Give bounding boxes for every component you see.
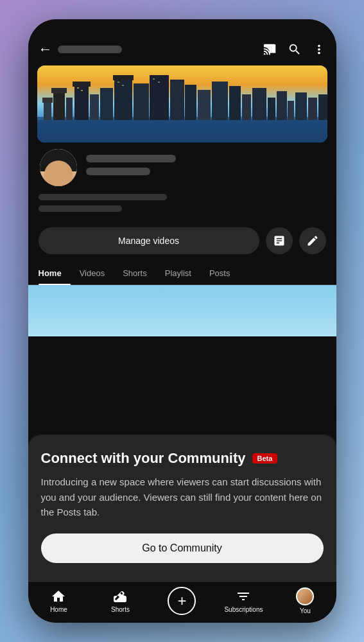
svg-rect-5: [51, 88, 67, 93]
svg-rect-31: [122, 85, 124, 86]
tab-playlist[interactable]: Playlist: [156, 262, 200, 284]
nav-title-placeholder: [58, 46, 122, 53]
nav-label-subscriptions: Subscriptions: [224, 606, 263, 613]
svg-rect-8: [73, 82, 91, 87]
analytics-icon: [273, 234, 286, 247]
phone-frame: ←: [28, 19, 336, 623]
main-content: Connect with your Community Beta Introdu…: [28, 285, 336, 581]
status-bar: [28, 19, 336, 37]
svg-rect-26: [308, 98, 317, 120]
svg-rect-22: [268, 98, 275, 120]
top-nav: ←: [28, 37, 336, 63]
svg-rect-21: [252, 88, 266, 120]
top-nav-left: ←: [39, 41, 122, 58]
tab-posts[interactable]: Posts: [200, 262, 239, 284]
manage-videos-button[interactable]: Manage videos: [39, 227, 259, 254]
avatar: [39, 148, 78, 187]
svg-rect-30: [117, 82, 119, 83]
svg-rect-33: [158, 82, 160, 83]
svg-rect-24: [288, 101, 294, 120]
tab-home[interactable]: Home: [39, 262, 71, 284]
banner-skyline: [37, 65, 327, 143]
nav-item-subscriptions[interactable]: Subscriptions: [224, 589, 263, 613]
nav-item-home[interactable]: Home: [39, 589, 78, 613]
top-nav-right: [263, 42, 326, 56]
svg-rect-3: [42, 98, 53, 103]
nav-item-add[interactable]: +: [162, 587, 201, 615]
nav-label-home: Home: [50, 606, 67, 613]
svg-rect-6: [66, 98, 73, 120]
tab-videos[interactable]: Videos: [71, 262, 114, 284]
shorts-icon: [112, 589, 128, 604]
svg-rect-11: [114, 78, 132, 120]
svg-rect-15: [170, 80, 184, 120]
svg-rect-23: [277, 91, 287, 120]
subscriptions-icon: [236, 589, 251, 604]
bottom-nav: Home Shorts +: [28, 581, 336, 623]
svg-rect-13: [134, 83, 149, 120]
beta-badge: Beta: [252, 453, 278, 464]
modal-title-row: Connect with your Community Beta: [41, 450, 324, 467]
action-row: Manage videos: [28, 227, 336, 254]
svg-rect-18: [212, 82, 228, 120]
more-options-icon[interactable]: [312, 42, 326, 56]
svg-rect-19: [229, 86, 241, 120]
you-avatar: [296, 587, 314, 605]
avatar-skin: [44, 160, 73, 187]
edit-icon: [306, 234, 319, 247]
profile-section: [28, 143, 336, 222]
tab-shorts[interactable]: Shorts: [114, 262, 156, 284]
community-modal: Connect with your Community Beta Introdu…: [28, 435, 336, 581]
nav-label-shorts: Shorts: [111, 606, 130, 613]
nav-item-you[interactable]: You: [286, 587, 324, 614]
svg-rect-25: [295, 92, 307, 120]
profile-row: [39, 148, 326, 187]
svg-rect-17: [198, 90, 211, 120]
go-to-community-button[interactable]: Go to Community: [41, 534, 324, 563]
svg-rect-9: [90, 94, 99, 120]
stats-line-2: [39, 205, 122, 212]
home-icon: [51, 589, 66, 604]
svg-rect-27: [318, 94, 327, 120]
svg-rect-34: [37, 120, 327, 143]
modal-title: Connect with your Community: [41, 450, 246, 467]
search-icon[interactable]: [288, 42, 302, 56]
analytics-button[interactable]: [266, 227, 293, 254]
channel-handle-placeholder: [86, 168, 150, 175]
add-button[interactable]: +: [168, 587, 196, 615]
svg-rect-32: [153, 78, 155, 80]
svg-rect-2: [44, 101, 51, 120]
stats-line-1: [39, 194, 167, 200]
back-button[interactable]: ←: [39, 41, 53, 58]
sky-background: [28, 285, 336, 336]
nav-label-you: You: [300, 607, 311, 614]
profile-info: [86, 155, 326, 180]
svg-rect-29: [81, 90, 83, 91]
svg-rect-16: [185, 85, 196, 120]
add-icon: +: [177, 593, 186, 609]
channel-name-placeholder: [86, 155, 176, 162]
cast-icon[interactable]: [263, 42, 277, 56]
svg-rect-20: [242, 94, 251, 120]
modal-description: Introducing a new space where viewers ca…: [41, 474, 324, 519]
svg-rect-28: [77, 87, 79, 89]
channel-tabs: Home Videos Shorts Playlist Posts: [28, 262, 336, 285]
svg-rect-4: [53, 91, 65, 120]
nav-item-shorts[interactable]: Shorts: [101, 589, 139, 613]
svg-rect-10: [100, 88, 113, 120]
channel-banner: [37, 65, 327, 143]
edit-button[interactable]: [299, 227, 326, 254]
svg-rect-12: [113, 75, 134, 80]
avatar-face: [40, 149, 77, 186]
phone-screen: ←: [28, 19, 336, 623]
